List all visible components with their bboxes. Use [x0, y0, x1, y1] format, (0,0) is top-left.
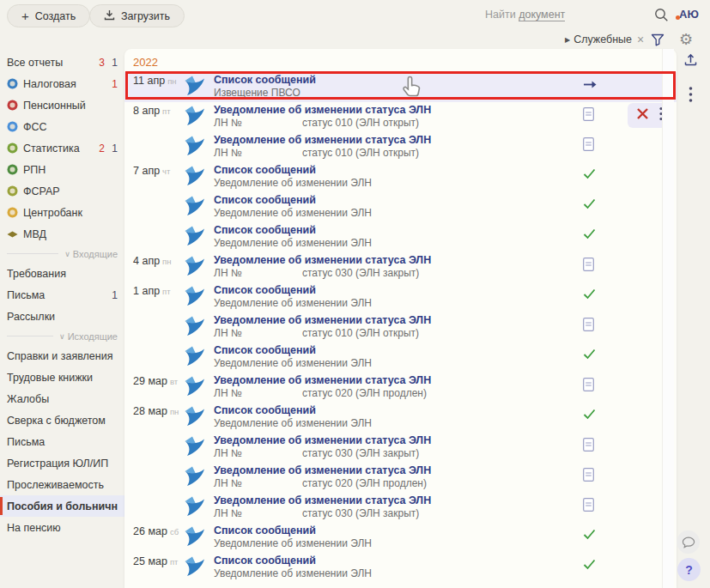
- list-row[interactable]: Уведомление об изменении статуса ЭЛН ЛН …: [124, 493, 677, 523]
- row-title: Список сообщений: [214, 194, 583, 207]
- row-content: Список сообщений Уведомление об изменени…: [214, 403, 583, 433]
- sidebar-item[interactable]: Жалобы: [0, 388, 124, 409]
- sidebar-section-divider[interactable]: ∨Исходящие: [0, 327, 124, 345]
- document-icon: [583, 433, 600, 463]
- list-row[interactable]: Уведомление об изменении статуса ЭЛН ЛН …: [124, 463, 677, 493]
- plus-icon: +: [21, 9, 29, 22]
- row-title: Список сообщений: [214, 555, 583, 567]
- list-row[interactable]: 26 марсб Список сообщений Уведомление об…: [124, 523, 677, 553]
- document-list-panel: 2022 11 апрпн Список сообщений Извещение…: [124, 49, 677, 588]
- list-row[interactable]: Список сообщений Уведомление об изменени…: [124, 342, 677, 373]
- done-check-icon: [583, 342, 600, 373]
- divider-line: [7, 336, 53, 336]
- row-date: 8 апрпт: [133, 102, 183, 132]
- upload-button[interactable]: Загрузить: [89, 4, 185, 27]
- divider-line: [7, 253, 58, 254]
- sidebar-item-label: Регистрация ЮЛ/ИП: [7, 458, 118, 470]
- panel-kebab-menu-icon[interactable]: [689, 86, 693, 106]
- search-type-link[interactable]: документ: [519, 9, 565, 21]
- sidebar-item[interactable]: Письма1: [0, 284, 124, 306]
- fss-bird-icon: [183, 312, 214, 342]
- sidebar-section-divider[interactable]: ∨Входящие: [0, 245, 124, 263]
- sidebar-item[interactable]: Регистрация ЮЛ/ИП: [0, 452, 124, 474]
- row-subtitle: Уведомление об изменении ЭЛН: [214, 537, 583, 549]
- search-input[interactable]: Найти документ: [485, 9, 565, 21]
- done-check-icon: [583, 523, 600, 553]
- delete-x-icon[interactable]: [636, 107, 649, 124]
- sidebar-item[interactable]: ФСРАР: [0, 180, 124, 202]
- list-row[interactable]: 25 марпт Список сообщений Уведомление об…: [124, 553, 677, 583]
- fss-bird-icon: [183, 162, 214, 192]
- document-icon: [583, 463, 600, 493]
- rpn-emblem-icon: [7, 164, 19, 176]
- row-subtitle: Уведомление об изменении ЭЛН: [214, 567, 583, 579]
- sidebar-item-label: МВД: [23, 228, 118, 240]
- done-check-icon: [583, 553, 600, 583]
- sidebar-item-label: Письма: [7, 436, 118, 448]
- sidebar-item[interactable]: Прослеживаемость: [0, 474, 124, 495]
- avatar[interactable]: АЮ: [679, 8, 699, 21]
- document-icon: [583, 102, 600, 132]
- sidebar-item[interactable]: Статистика21: [0, 137, 124, 159]
- fss-bird-icon: [183, 132, 214, 162]
- create-button-label: Создать: [35, 10, 76, 22]
- list-row[interactable]: Список сообщений Уведомление об изменени…: [124, 192, 677, 222]
- sidebar-item[interactable]: Трудовые книжки: [0, 367, 124, 388]
- document-icon: [583, 493, 600, 523]
- help-icon[interactable]: ?: [677, 558, 701, 581]
- sidebar-item[interactable]: Сверка с бюджетом: [0, 409, 124, 431]
- row-content: Уведомление об изменении статуса ЭЛН ЛН …: [214, 102, 583, 132]
- list-row[interactable]: 29 марвт Уведомление об изменении статус…: [124, 373, 677, 403]
- row-date: [133, 192, 183, 222]
- sidebar-item[interactable]: Центробанк: [0, 202, 124, 223]
- sidebar-item[interactable]: Требования: [0, 263, 124, 284]
- row-title: Уведомление об изменении статуса ЭЛН: [214, 434, 583, 447]
- download-tray-icon: [104, 9, 115, 23]
- sidebar-item-label: Все отчеты: [7, 57, 92, 69]
- sidebar-item[interactable]: Все отчеты31: [0, 52, 124, 73]
- sidebar-item[interactable]: Пенсионный: [0, 94, 124, 116]
- sidebar-item-label: Центробанк: [23, 207, 118, 219]
- filter-chip-sluzhebnye[interactable]: ▶ Служебные ×: [565, 33, 644, 46]
- sidebar-item[interactable]: Письма: [0, 431, 124, 452]
- sidebar-item[interactable]: Рассылки: [0, 306, 124, 327]
- list-row[interactable]: Уведомление об изменении статуса ЭЛН ЛН …: [124, 132, 677, 162]
- row-date: 26 марсб: [133, 523, 183, 553]
- sidebar-item[interactable]: Пособия и больничные: [0, 495, 124, 517]
- scrollbar[interactable]: [662, 49, 674, 588]
- sidebar-item-label: На пенсию: [7, 522, 118, 534]
- avatar-initials: АЮ: [679, 8, 699, 21]
- list-row[interactable]: Уведомление об изменении статуса ЭЛН ЛН …: [124, 433, 677, 463]
- sidebar-item-label: Сверка с бюджетом: [7, 415, 118, 427]
- row-date: 28 марпн: [133, 403, 183, 433]
- fss-bird-icon: [183, 342, 214, 373]
- create-button[interactable]: + Создать: [7, 4, 90, 27]
- list-row[interactable]: 8 апрпт Уведомление об изменении статуса…: [124, 102, 677, 132]
- sidebar-item[interactable]: МВД: [0, 223, 124, 245]
- sidebar-item[interactable]: ФСС: [0, 116, 124, 137]
- list-row[interactable]: 4 апрпн Уведомление об изменении статуса…: [124, 252, 677, 282]
- row-date: [133, 342, 183, 373]
- row-date: 25 марпт: [133, 553, 183, 583]
- unread-count: 1: [105, 78, 118, 90]
- sidebar-item[interactable]: Справки и заявления: [0, 345, 124, 367]
- sidebar-item[interactable]: На пенсию: [0, 517, 124, 538]
- filter-funnel-icon[interactable]: [651, 33, 664, 50]
- row-content: Список сообщений Уведомление об изменени…: [214, 342, 583, 373]
- sidebar-item[interactable]: Налоговая1: [0, 73, 124, 94]
- settings-gear-icon[interactable]: ⚙: [679, 32, 693, 47]
- list-row[interactable]: Уведомление об изменении статуса ЭЛН ЛН …: [124, 312, 677, 342]
- export-icon[interactable]: [683, 53, 698, 71]
- unread-count: 2: [92, 142, 105, 155]
- list-row[interactable]: 11 апрпн Список сообщений Извещение ПВСО: [124, 72, 677, 102]
- list-row[interactable]: 7 апрчт Список сообщений Уведомление об …: [124, 162, 677, 192]
- sidebar-item[interactable]: РПН: [0, 159, 124, 180]
- list-row[interactable]: 1 апрпт Список сообщений Уведомление об …: [124, 282, 677, 312]
- list-row[interactable]: 28 марпн Список сообщений Уведомление об…: [124, 403, 677, 433]
- chip-close-icon[interactable]: ×: [637, 33, 644, 46]
- chat-bubble-icon[interactable]: [677, 530, 700, 554]
- search-icon[interactable]: [654, 8, 669, 26]
- unread-count: 3: [92, 57, 105, 69]
- fss-emblem-icon: [7, 121, 19, 133]
- list-row[interactable]: Список сообщений Уведомление об изменени…: [124, 222, 677, 252]
